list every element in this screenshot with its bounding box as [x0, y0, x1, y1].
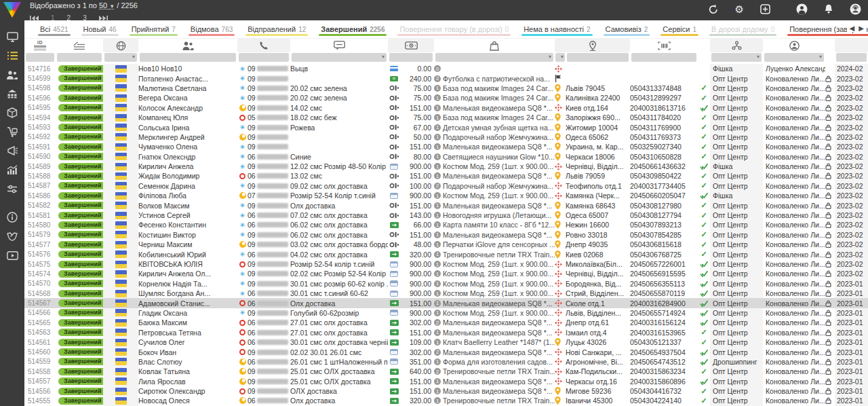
table-row[interactable]: 514592ЗавершенийМерклингер Андрей0950.00…: [24, 132, 868, 142]
table-row[interactable]: 514581ЗавершенийУстинов Сергей✳0607.02 с…: [24, 210, 868, 220]
account-icon[interactable]: [796, 3, 808, 15]
table-row[interactable]: 514570ЗавершенийКорнелюк Надія Та...✳093…: [24, 279, 868, 289]
products-icon[interactable]: [0, 103, 24, 122]
marketing-icon[interactable]: [0, 141, 24, 160]
column-comment-icon[interactable]: [290, 39, 388, 52]
app-logo-icon[interactable]: [3, 2, 21, 18]
tab-scroll-left-icon[interactable]: ◀: [850, 24, 855, 32]
table-row[interactable]: 514594ЗавершенийКомпанец Юля0518.02 смс …: [24, 113, 868, 122]
table-row[interactable]: 514575ЗавершенийКВІТОВСЬКА ЮЛІЯ09Розмір …: [24, 259, 868, 269]
table-row[interactable]: 514560ЗавершенийБокоч Иван0902.02 30.01 …: [24, 347, 868, 356]
table-row[interactable]: 514568ЗавершенийШумляс Богдана Ан...✳063…: [24, 289, 868, 298]
per-page-dropdown[interactable]: 50 ▼: [99, 1, 115, 10]
table-row[interactable]: 514557ЗавершенийЛила Ярослав0925.01 смс …: [24, 377, 868, 386]
filter-phone[interactable]: [239, 53, 289, 62]
table-row[interactable]: 514595ЗавершенийКолосок Александр0914.02…: [24, 103, 868, 113]
table-row[interactable]: 514589ЗавершенийКирилич Анжела✳0912.02 с…: [24, 162, 868, 171]
tab-5[interactable]: Завершений2256: [313, 20, 392, 38]
table-row[interactable]: 514577ЗавершенийЧерниш Максим0903.02 смс…: [24, 240, 868, 249]
filter-delivery-type[interactable]: ▾: [555, 53, 565, 62]
gear-icon[interactable]: ⚙: [735, 4, 744, 14]
page-3[interactable]: 3: [83, 14, 87, 22]
partners-icon[interactable]: [0, 227, 24, 246]
video-tutorials-icon[interactable]: [0, 246, 24, 265]
table-row[interactable]: 514565ЗавершенийБаюка Максим0627.01 смс …: [24, 318, 868, 327]
page-1[interactable]: 1: [51, 14, 55, 22]
table-row[interactable]: 514567ЗавершенийАдамовский Станис...06Ол…: [24, 298, 868, 308]
filter-country[interactable]: ▾: [104, 53, 137, 62]
table-row[interactable]: 514576ЗавершенийКобилинський Юрий✳0604.0…: [24, 249, 868, 259]
table-row[interactable]: 514590ЗавершенийГнатюк Олексндр✳06Синие8…: [24, 152, 868, 162]
column-status-icon[interactable]: [56, 39, 103, 52]
filter-status[interactable]: [57, 53, 102, 62]
notifications-icon[interactable]: [824, 4, 833, 14]
column-phone-icon[interactable]: [237, 39, 290, 52]
filter-manager[interactable]: ▾: [764, 53, 824, 62]
refresh-icon[interactable]: [708, 4, 719, 15]
column-country-icon[interactable]: [103, 39, 138, 52]
table-row[interactable]: 514716ЗавершенийНов10 Нов10✳09Выцв0.000Ф…: [24, 64, 868, 73]
tab-scroll-right-icon[interactable]: ▶: [859, 24, 864, 32]
tab-10[interactable]: В дорозі додому0: [704, 20, 782, 38]
tab-6[interactable]: Повернення товару (в дорозі)0: [392, 20, 516, 38]
quantity-badge: 1: [434, 85, 441, 92]
table-row[interactable]: 514574ЗавершенийКирилич Анжела Ол...✳090…: [24, 269, 868, 278]
page-2[interactable]: 2: [67, 14, 71, 22]
table-row[interactable]: 514556ЗавершенийСиротюк Олександр09ОЛХ д…: [24, 386, 868, 396]
table-row[interactable]: 514579ЗавершенийКостишин Виктор✳0906.02 …: [24, 230, 868, 240]
filter-comment[interactable]: ▾: [292, 53, 387, 62]
table-row[interactable]: 514555ЗавершенийНовосад Олеся06Олх доста…: [24, 396, 868, 405]
filter-payment[interactable]: [389, 53, 433, 62]
filter-city[interactable]: [567, 53, 629, 62]
table-row[interactable]: 514561ЗавершенийСучилов Олег0630.01 смс …: [24, 337, 868, 347]
filter-client[interactable]: [140, 53, 236, 62]
filter-ttn[interactable]: [631, 53, 696, 62]
table-row[interactable]: 514596ЗавершенийВегера Оксана✳0920.02 см…: [24, 93, 868, 103]
column-client-icon[interactable]: [138, 39, 237, 52]
clients-icon[interactable]: [0, 65, 24, 84]
table-row[interactable]: 514580ЗавершенийФесенко Константин✳0606.…: [24, 220, 868, 229]
column-delivery-address-icon[interactable]: [555, 39, 630, 52]
tab-9[interactable]: Сервіси1: [655, 20, 704, 38]
table-row[interactable]: 514598ЗавершенийМалютина Светлана✳0920.0…: [24, 84, 868, 93]
last-page-icon[interactable]: [99, 12, 108, 24]
column-id-icon[interactable]: ID: [24, 39, 56, 52]
first-page-icon[interactable]: [30, 12, 39, 24]
filter-date[interactable]: [836, 53, 867, 62]
tab-8[interactable]: Самовивіз2: [598, 20, 656, 38]
column-center-icon[interactable]: [710, 39, 763, 52]
table-row[interactable]: 514588ЗавершенийЖидак Володимир0613.02 с…: [24, 171, 868, 181]
table-row[interactable]: 514593ЗавершенийСольська Ірина✳09Рожева6…: [24, 122, 868, 132]
country-cell gcol: [103, 171, 138, 181]
table-row[interactable]: 514587ЗавершенийСеменюк Дарина✳0909.02 с…: [24, 181, 868, 191]
column-manager-icon[interactable]: [763, 39, 825, 52]
table-row[interactable]: 514559ЗавершенийВлас Слотюу0626.01 смс 1…: [24, 357, 868, 367]
statistics-icon[interactable]: [0, 160, 24, 179]
table-row[interactable]: 514563ЗавершенийПетровська Тетяна0627.01…: [24, 328, 868, 337]
column-ttn-icon[interactable]: [630, 39, 698, 52]
tab-4[interactable]: Відправлений12: [240, 20, 313, 38]
purchases-icon[interactable]: [0, 122, 24, 141]
column-products-icon[interactable]: [434, 39, 555, 52]
dashboard-icon[interactable]: [0, 27, 24, 46]
table-row[interactable]: 514582ЗавершенийВолков Максим✳09Олх дост…: [24, 200, 868, 210]
structure-icon[interactable]: [0, 84, 24, 103]
tab-7[interactable]: Нема в наявності2: [516, 20, 597, 38]
column-date-header[interactable]: [835, 39, 868, 52]
filter-id[interactable]: [26, 53, 54, 62]
support-icon[interactable]: [850, 3, 861, 15]
tab-3[interactable]: Відмова763: [183, 20, 240, 38]
column-payment-icon[interactable]: [388, 39, 434, 52]
table-row[interactable]: 514586ЗавершенийФіліпова Люба07Розмір 52…: [24, 191, 868, 200]
filter-center[interactable]: ▾: [711, 53, 762, 62]
table-row[interactable]: 514558ЗавершенийКовлак Татьяна0925.01 см…: [24, 367, 868, 376]
table-row[interactable]: 514566ЗавершенийГладик Оксана✳09Голубий …: [24, 308, 868, 318]
table-row[interactable]: 514591ЗавершенийЧумаченко Олена✳09151.00…: [24, 142, 868, 151]
info-icon[interactable]: [0, 208, 24, 227]
table-row[interactable]: 514599ЗавершенийПотапенко Анастас...✳092…: [24, 73, 868, 83]
tab-2[interactable]: Прийнятий7: [124, 20, 183, 38]
orders-list-icon[interactable]: [0, 46, 24, 65]
settings-sliders-icon[interactable]: [0, 179, 24, 198]
add-order-icon[interactable]: [760, 4, 770, 14]
filter-product[interactable]: ▾: [435, 53, 553, 62]
